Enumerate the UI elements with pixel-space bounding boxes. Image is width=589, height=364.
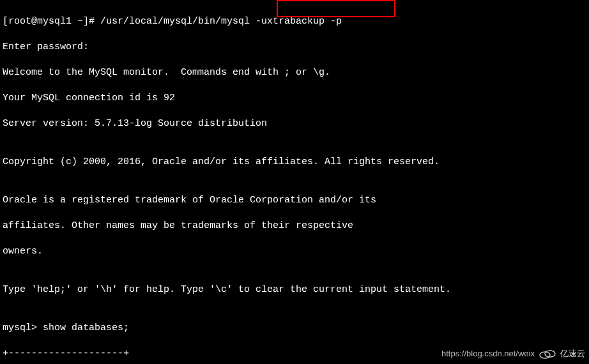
shell-command: /usr/local/mysql/bin/mysql [95, 16, 256, 27]
watermark-url: https://blog.csdn.net/weix [441, 347, 535, 360]
mysql-query-line: mysql> show databases; [3, 322, 586, 335]
help-line: Type 'help;' or '\h' for help. Type '\c'… [3, 284, 586, 296]
shell-prompt-line: [root@mysql1 ~]# /usr/local/mysql/bin/my… [3, 15, 586, 28]
trademark-line-3: owners. [3, 245, 586, 258]
watermark: https://blog.csdn.net/weix 亿速云 [441, 347, 585, 360]
watermark-logo-icon [539, 348, 556, 360]
server-version-line: Server version: 5.7.13-log Source distri… [3, 118, 586, 130]
trademark-line-1: Oracle is a registered trademark of Orac… [3, 194, 586, 207]
terminal-output[interactable]: [root@mysql1 ~]# /usr/local/mysql/bin/my… [3, 3, 586, 364]
watermark-brand: 亿速云 [560, 347, 585, 360]
welcome-line: Welcome to the MySQL monitor. Commands e… [3, 66, 586, 79]
copyright-line: Copyright (c) 2000, 2016, Oracle and/or … [3, 156, 586, 169]
trademark-line-2: affiliates. Other names may be trademark… [3, 220, 586, 232]
mysql-prompt: mysql> [3, 322, 37, 333]
enter-password-line: Enter password: [3, 41, 586, 54]
conn-id-line: Your MySQL connection id is 92 [3, 92, 586, 105]
shell-prompt: [root@mysql1 ~]# [3, 16, 95, 27]
mysql-command: show databases; [37, 322, 129, 333]
shell-args-highlighted: -uxtrabackup -p [256, 16, 342, 27]
